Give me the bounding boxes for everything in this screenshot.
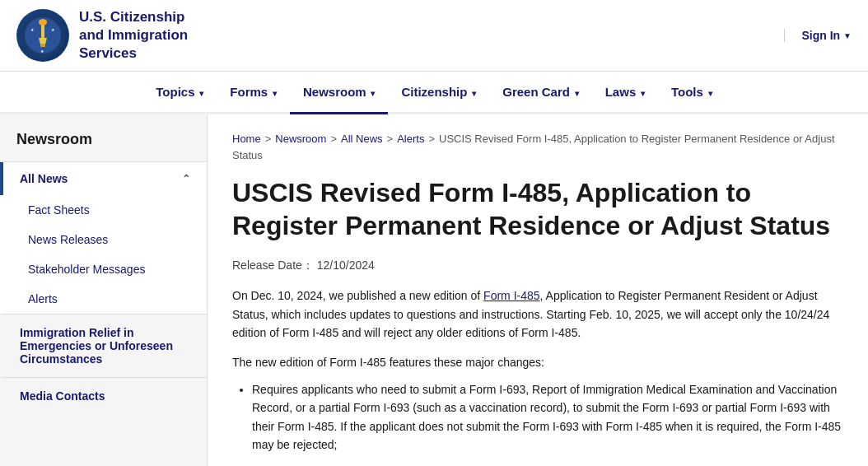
breadcrumb: Home>Newsroom>All News>Alerts>USCIS Revi… (232, 131, 843, 163)
nav-item-laws[interactable]: Laws ▾ (592, 72, 658, 112)
sidebar-sub-item-alerts[interactable]: Alerts (0, 284, 207, 314)
release-date-label: Release Date： (232, 259, 314, 272)
svg-rect-5 (40, 44, 45, 47)
breadcrumb-link-1[interactable]: Newsroom (275, 133, 326, 145)
nav-caret-icon: ▾ (638, 89, 645, 98)
nav-item-newsroom[interactable]: Newsroom ▾ (290, 72, 388, 112)
sidebar: Newsroom All News ⌃ Fact SheetsNews Rele… (0, 114, 208, 466)
breadcrumb-link-2[interactable]: All News (341, 133, 383, 145)
nav-link-tools[interactable]: Tools ▾ (658, 72, 726, 112)
chevron-up-icon: ⌃ (182, 173, 190, 184)
nav-link-laws[interactable]: Laws ▾ (592, 72, 658, 112)
sidebar-sub-item-fact-sheets[interactable]: Fact Sheets (0, 195, 207, 225)
release-date: Release Date： 12/10/2024 (232, 259, 843, 273)
sidebar-item-all-news[interactable]: All News ⌃ (0, 162, 207, 195)
breadcrumb-separator: > (387, 133, 394, 145)
sidebar-sub-item-news-releases[interactable]: News Releases (0, 225, 207, 254)
nav-caret-icon: ▾ (270, 89, 277, 98)
logo-area: ★ ★ ★ U.S. Citizenship and Immigration S… (16, 8, 188, 63)
form-i485-link[interactable]: Form I-485 (483, 289, 539, 302)
nav-item-forms[interactable]: Forms ▾ (217, 72, 290, 112)
page-title: USCIS Revised Form I-485, Application to… (232, 176, 843, 242)
nav-caret-icon: ▾ (469, 89, 476, 98)
main-container: Newsroom All News ⌃ Fact SheetsNews Rele… (0, 114, 868, 466)
breadcrumb-separator: > (265, 133, 272, 145)
breadcrumb-link-0[interactable]: Home (232, 133, 261, 145)
nav-bar: Topics ▾Forms ▾Newsroom ▾Citizenship ▾Gr… (0, 72, 868, 114)
uscis-logo: ★ ★ ★ (16, 9, 69, 62)
nav-link-topics[interactable]: Topics ▾ (142, 72, 217, 112)
sidebar-extra-item-media-cont[interactable]: Media Contacts (0, 377, 207, 414)
nav-item-topics[interactable]: Topics ▾ (142, 72, 217, 112)
sidebar-all-news-label: All News (20, 172, 68, 185)
nav-item-green-card[interactable]: Green Card ▾ (489, 72, 591, 112)
release-date-value: 12/10/2024 (317, 259, 375, 272)
logo-text: U.S. Citizenship and Immigration Service… (79, 8, 188, 63)
sign-in-label: Sign In (801, 29, 840, 42)
breadcrumb-separator: > (330, 133, 337, 145)
body-paragraph-1: On Dec. 10, 2024, we published a new edi… (232, 287, 843, 342)
main-content: Home>Newsroom>All News>Alerts>USCIS Revi… (208, 114, 868, 466)
nav-link-citizenship[interactable]: Citizenship ▾ (388, 72, 489, 112)
sign-in-caret-icon: ▼ (843, 31, 852, 40)
nav-caret-icon: ▾ (198, 89, 204, 98)
svg-point-3 (39, 19, 47, 26)
nav-link-green card[interactable]: Green Card ▾ (489, 72, 591, 112)
nav-caret-icon: ▾ (369, 89, 376, 98)
sidebar-extra-item-immigratio[interactable]: Immigration Relief in Emergencies or Unf… (0, 314, 207, 377)
nav-link-forms[interactable]: Forms ▾ (217, 72, 290, 112)
header: ★ ★ ★ U.S. Citizenship and Immigration S… (0, 0, 868, 72)
nav-caret-icon: ▾ (706, 89, 712, 98)
sidebar-sub-item-stakeholder-messages[interactable]: Stakeholder Messages (0, 254, 207, 284)
bullet-list: Requires applicants who need to submit a… (252, 380, 843, 454)
changes-header: The new edition of Form I-485 features t… (232, 353, 843, 371)
breadcrumb-separator: > (428, 133, 435, 145)
sidebar-section: All News ⌃ Fact SheetsNews ReleasesStake… (0, 161, 207, 314)
breadcrumb-link-3[interactable]: Alerts (397, 133, 424, 145)
sidebar-title: Newsroom (0, 114, 207, 161)
nav-item-tools[interactable]: Tools ▾ (658, 72, 726, 112)
nav-link-newsroom[interactable]: Newsroom ▾ (290, 72, 388, 114)
nav-caret-icon: ▾ (572, 89, 579, 98)
nav-item-citizenship[interactable]: Citizenship ▾ (388, 72, 489, 112)
bullet-item: Requires applicants who need to submit a… (252, 380, 843, 454)
sign-in-button[interactable]: Sign In ▼ (784, 29, 852, 42)
